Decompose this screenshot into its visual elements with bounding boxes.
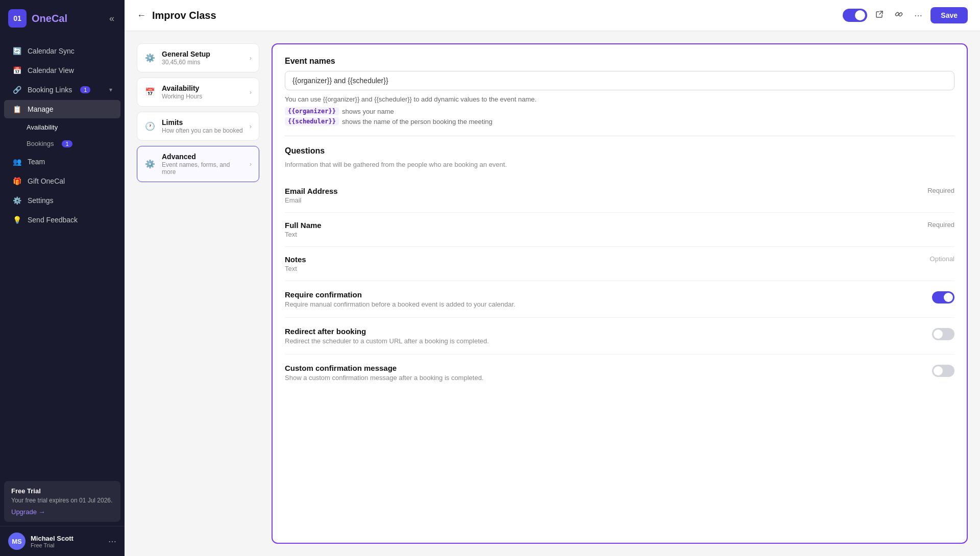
gift-icon: 🎁 xyxy=(12,177,21,185)
sidebar-item-settings[interactable]: ⚙️ Settings xyxy=(4,191,120,210)
chevron-right-icon: › xyxy=(250,160,252,168)
sidebar-item-feedback[interactable]: 💡 Send Feedback xyxy=(4,211,120,229)
question-type: Text xyxy=(285,231,322,238)
free-trial-desc: Your free trial expires on 01 Jul 2026. xyxy=(11,497,113,504)
chevron-right-icon: › xyxy=(250,122,252,130)
menu-item-title: Advanced xyxy=(162,153,243,161)
questions-desc: Information that will be gathered from t… xyxy=(285,161,954,168)
menu-item-availability[interactable]: 📅 Availability Working Hours › xyxy=(137,78,259,107)
question-type: Text xyxy=(285,265,306,272)
question-badge: Optional xyxy=(930,255,954,263)
organizer-tag: {{organizer}} xyxy=(285,107,339,115)
setting-desc: Redirect the scheduler to a custom URL a… xyxy=(285,337,489,345)
sidebar-item-bookings[interactable]: Bookings 1 xyxy=(4,136,120,151)
back-button[interactable]: ← xyxy=(137,10,146,21)
availability-icon: 📅 xyxy=(144,87,156,97)
setting-label: Redirect after booking xyxy=(285,327,489,336)
page-title: Improv Class xyxy=(152,10,837,21)
booking-links-badge: 1 xyxy=(80,86,90,93)
question-badge: Required xyxy=(927,221,954,229)
organizer-desc: shows your name xyxy=(342,108,394,115)
bookings-badge: 1 xyxy=(62,140,72,147)
user-name: Michael Scott xyxy=(31,535,74,542)
sidebar-item-label: Gift OneCal xyxy=(28,177,65,185)
menu-item-advanced[interactable]: ⚙️ Advanced Event names, forms, and more… xyxy=(137,146,259,182)
sidebar-item-calendar-sync[interactable]: 🔄 Calendar Sync xyxy=(4,42,120,60)
sidebar-item-booking-links[interactable]: 🔗 Booking Links 1 ▾ xyxy=(4,81,120,99)
settings-icon: ⚙️ xyxy=(12,196,21,205)
chevron-right-icon: › xyxy=(250,88,252,96)
user-info: Michael Scott Free Trial xyxy=(31,535,74,548)
menu-item-general-setup[interactable]: ⚙️ General Setup 30,45,60 mins › xyxy=(137,43,259,72)
sidebar-item-label: Settings xyxy=(28,196,54,205)
event-names-section-title: Event names xyxy=(285,57,954,66)
sidebar-navigation: 🔄 Calendar Sync 📅 Calendar View 🔗 Bookin… xyxy=(0,37,125,477)
custom-confirmation-toggle[interactable] xyxy=(932,365,954,377)
save-button[interactable]: Save xyxy=(930,7,968,23)
require-confirmation-toggle[interactable] xyxy=(932,291,954,304)
free-trial-title: Free Trial xyxy=(11,487,113,495)
menu-item-title: Limits xyxy=(162,118,243,127)
chevron-right-icon: › xyxy=(250,54,252,62)
avatar: MS xyxy=(8,533,26,550)
event-name-input[interactable] xyxy=(285,71,954,90)
logo-box: 01 xyxy=(8,9,27,28)
chevron-down-icon: ▾ xyxy=(109,86,112,93)
team-icon: 👥 xyxy=(12,158,21,166)
sync-icon: 🔄 xyxy=(12,47,21,55)
question-type: Email xyxy=(285,196,338,204)
sidebar-item-calendar-view[interactable]: 📅 Calendar View xyxy=(4,61,120,80)
setting-custom-confirmation: Custom confirmation message Show a custo… xyxy=(285,355,954,391)
upgrade-link[interactable]: Upgrade → xyxy=(11,508,113,516)
sidebar-item-label: Calendar Sync xyxy=(28,47,75,55)
setting-desc: Show a custom confirmation message after… xyxy=(285,374,483,382)
general-setup-icon: ⚙️ xyxy=(144,53,156,63)
question-label: Notes xyxy=(285,255,306,264)
menu-item-sub: How often you can be booked xyxy=(162,127,243,134)
logo-text: OneCal xyxy=(32,13,67,24)
menu-item-limits[interactable]: 🕐 Limits How often you can be booked › xyxy=(137,112,259,141)
sidebar-item-gift[interactable]: 🎁 Gift OneCal xyxy=(4,172,120,190)
link-icon: 🔗 xyxy=(12,86,21,94)
sidebar-item-label: Availability xyxy=(27,123,58,131)
sidebar-item-manage[interactable]: 📋 Manage xyxy=(4,100,120,118)
question-label: Email Address xyxy=(285,187,338,195)
sidebar-item-label: Booking Links xyxy=(28,86,72,94)
sidebar-item-label: Send Feedback xyxy=(28,216,78,224)
organizer-tag-row: {{organizer}} shows your name xyxy=(285,107,954,115)
advanced-icon: ⚙️ xyxy=(144,159,156,169)
sidebar: 01 OneCal « 🔄 Calendar Sync 📅 Calendar V… xyxy=(0,0,125,556)
header-actions: ⋯ Save xyxy=(843,7,968,23)
section-divider xyxy=(285,136,954,136)
page-header: ← Improv Class ⋯ Save xyxy=(125,0,980,31)
more-options-button[interactable]: ⋯ xyxy=(911,8,925,23)
setting-label: Require confirmation xyxy=(285,290,516,299)
feedback-icon: 💡 xyxy=(12,216,21,224)
question-label: Full Name xyxy=(285,221,322,230)
sidebar-item-team[interactable]: 👥 Team xyxy=(4,153,120,171)
sidebar-item-label: Bookings xyxy=(27,140,54,147)
copy-link-button[interactable] xyxy=(892,7,906,23)
external-link-icon xyxy=(875,10,884,18)
user-profile[interactable]: MS Michael Scott Free Trial ⋯ xyxy=(0,526,125,556)
scheduler-tag: {{scheduler}} xyxy=(285,117,339,125)
manage-icon: 📋 xyxy=(12,105,21,113)
link-icon xyxy=(895,10,903,18)
sidebar-item-availability[interactable]: Availability xyxy=(4,119,120,135)
right-panel: Event names You can use {{organizer}} an… xyxy=(272,43,968,544)
main-area: ← Improv Class ⋯ Save xyxy=(125,0,980,556)
scheduler-desc: shows the name of the person booking the… xyxy=(342,118,493,125)
free-trial-banner: Free Trial Your free trial expires on 01… xyxy=(4,481,120,522)
menu-item-title: General Setup xyxy=(162,50,243,58)
sidebar-item-label: Calendar View xyxy=(28,66,74,74)
calendar-icon: 📅 xyxy=(12,66,21,74)
sidebar-collapse-button[interactable]: « xyxy=(107,11,116,26)
user-more-button[interactable]: ⋯ xyxy=(108,537,116,546)
question-fullname: Full Name Text Required xyxy=(285,213,954,247)
external-link-button[interactable] xyxy=(872,7,887,23)
event-enabled-toggle[interactable] xyxy=(843,9,867,22)
redirect-after-booking-toggle[interactable] xyxy=(932,328,954,340)
menu-item-sub: Working Hours xyxy=(162,93,243,100)
limits-icon: 🕐 xyxy=(144,121,156,131)
setting-require-confirmation: Require confirmation Require manual conf… xyxy=(285,281,954,318)
